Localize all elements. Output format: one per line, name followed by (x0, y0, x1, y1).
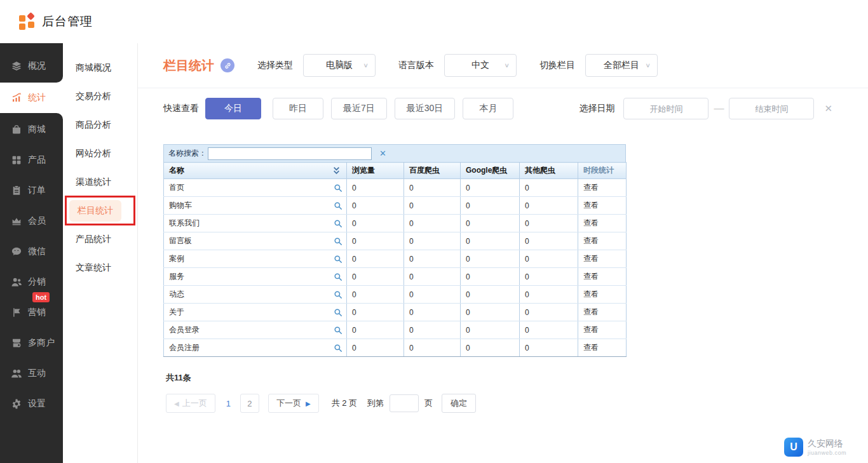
sidebar-item-概况[interactable]: 概况 (0, 51, 63, 81)
select-选择类型[interactable]: 电脑版∨ (303, 54, 376, 77)
cell-name: 首页 (164, 179, 347, 197)
view-link[interactable]: 查看 (583, 272, 599, 281)
app-title: 后台管理 (42, 13, 93, 30)
cell-action: 查看 (578, 286, 627, 304)
toolbar-filter-label: 语言版本 (398, 60, 434, 71)
cell-action: 查看 (578, 321, 627, 339)
prev-page-button[interactable]: ◀ 上一页 (166, 394, 215, 413)
magnifier-icon[interactable] (334, 344, 342, 352)
quick-view-button-昨日[interactable]: 昨日 (273, 98, 323, 119)
view-link[interactable]: 查看 (583, 201, 599, 210)
sidebar-item-多商户[interactable]: 多商户 (0, 328, 63, 358)
double-chevron-down-icon[interactable] (333, 166, 340, 175)
cell-action: 查看 (578, 215, 627, 232)
column-header-浏览量: 浏览量 (347, 163, 404, 179)
cell-name: 关于 (164, 304, 347, 321)
view-link[interactable]: 查看 (583, 343, 599, 352)
submenu-item-渠道统计[interactable]: 渠道统计 (63, 168, 137, 196)
magnifier-icon[interactable] (334, 237, 342, 246)
left-arrow-icon: ◀ (174, 400, 179, 407)
start-date-input[interactable] (623, 98, 709, 119)
submenu-item-文章统计[interactable]: 文章统计 (63, 253, 137, 282)
sidebar-item-分销[interactable]: 分销 (0, 267, 63, 297)
sidebar-item-统计[interactable]: 统计 (0, 83, 63, 113)
table-row: 动态0000查看 (164, 286, 627, 304)
select-切换栏目[interactable]: 全部栏目∨ (585, 54, 658, 77)
quick-view-button-最近7日[interactable]: 最近7日 (331, 98, 387, 119)
sidebar-item-微信[interactable]: 微信 (0, 236, 63, 267)
end-date-input[interactable] (729, 98, 814, 119)
page-number-current[interactable]: 1 (226, 399, 231, 408)
cell-value: 0 (404, 250, 461, 268)
close-icon[interactable]: ✕ (824, 103, 832, 114)
row-name-label: 案例 (169, 254, 184, 263)
cell-value: 0 (461, 268, 520, 286)
gear-icon (11, 398, 22, 410)
table-row: 购物车0000查看 (164, 197, 627, 215)
goto-page-label: 到第 (367, 398, 384, 409)
quick-view-button-本月[interactable]: 本月 (463, 98, 513, 119)
view-link[interactable]: 查看 (583, 325, 599, 334)
search-input[interactable] (208, 147, 372, 160)
page-number-button[interactable]: 2 (240, 394, 259, 413)
sidebar-top-block: 概况 (0, 43, 63, 83)
submenu-item-label: 商城概况 (76, 62, 111, 74)
view-link[interactable]: 查看 (583, 290, 599, 299)
magnifier-icon[interactable] (334, 326, 342, 335)
footer-brand-link[interactable]: U 久安网络 jiuanweb.com (784, 438, 846, 457)
chevron-down-icon: ∨ (645, 62, 651, 69)
sidebar-item-商城[interactable]: 商城 (0, 114, 63, 145)
quick-view-button-最近30日[interactable]: 最近30日 (395, 98, 456, 119)
column-header-名称: 名称 (164, 163, 347, 179)
row-name-label: 会员登录 (169, 325, 200, 334)
cell-value: 0 (347, 250, 404, 268)
magnifier-icon[interactable] (334, 308, 342, 317)
close-icon[interactable]: ✕ (379, 149, 386, 158)
submenu-item-label: 文章统计 (76, 262, 111, 274)
select-语言版本[interactable]: 中文∨ (444, 54, 517, 77)
toolbar-filter-label: 选择类型 (257, 60, 293, 71)
sidebar-item-产品[interactable]: 产品 (0, 145, 63, 175)
cell-value: 0 (347, 286, 404, 304)
sidebar-item-营销[interactable]: 营销hot (0, 297, 63, 328)
view-link[interactable]: 查看 (583, 307, 599, 316)
cell-name: 案例 (164, 250, 347, 268)
sidebar-item-会员[interactable]: 会员 (0, 206, 63, 236)
brand-name: 久安网络 (808, 438, 846, 450)
stats-table: 名称浏览量百度爬虫Google爬虫其他爬虫时段统计 首页0000查看购物车000… (163, 162, 627, 357)
magnifier-icon[interactable] (334, 219, 342, 228)
confirm-button[interactable]: 确定 (442, 394, 476, 413)
cell-value: 0 (461, 250, 520, 268)
page-toolbar: 栏目统计 选择类型电脑版∨语言版本中文∨切换栏目全部栏目∨ (138, 43, 868, 88)
submenu-item-栏目统计[interactable]: 栏目统计 (63, 196, 137, 225)
date-filter-group: 选择日期 — ✕ (579, 98, 832, 119)
link-icon[interactable] (220, 58, 234, 72)
quick-view-button-今日[interactable]: 今日 (205, 98, 261, 119)
cell-action: 查看 (578, 197, 627, 215)
view-link[interactable]: 查看 (583, 218, 599, 227)
goto-page-unit: 页 (424, 398, 433, 409)
magnifier-icon[interactable] (334, 290, 342, 299)
magnifier-icon[interactable] (334, 272, 342, 281)
view-link[interactable]: 查看 (583, 254, 599, 263)
magnifier-icon[interactable] (334, 201, 342, 210)
next-page-button[interactable]: 下一页 ▶ (268, 394, 319, 413)
view-link[interactable]: 查看 (583, 183, 599, 192)
submenu-item-产品统计[interactable]: 产品统计 (63, 225, 137, 253)
submenu-item-商城概况[interactable]: 商城概况 (63, 53, 137, 82)
goto-page-input[interactable] (390, 394, 419, 412)
sidebar-item-订单[interactable]: 订单 (0, 175, 63, 206)
toolbar-filter-group: 语言版本中文∨ (398, 54, 517, 77)
cell-value: 0 (520, 304, 578, 321)
magnifier-icon[interactable] (334, 255, 342, 264)
submenu-item-商品分析[interactable]: 商品分析 (63, 111, 137, 139)
sidebar-item-互动[interactable]: 互动 (0, 358, 63, 389)
cell-value: 0 (461, 321, 520, 339)
submenu-item-网站分析[interactable]: 网站分析 (63, 139, 137, 168)
sidebar-item-label: 商城 (28, 124, 46, 135)
submenu-item-交易分析[interactable]: 交易分析 (63, 82, 137, 111)
sidebar-item-设置[interactable]: 设置 (0, 389, 63, 419)
cell-value: 0 (461, 286, 520, 304)
magnifier-icon[interactable] (334, 184, 342, 192)
view-link[interactable]: 查看 (583, 236, 599, 245)
